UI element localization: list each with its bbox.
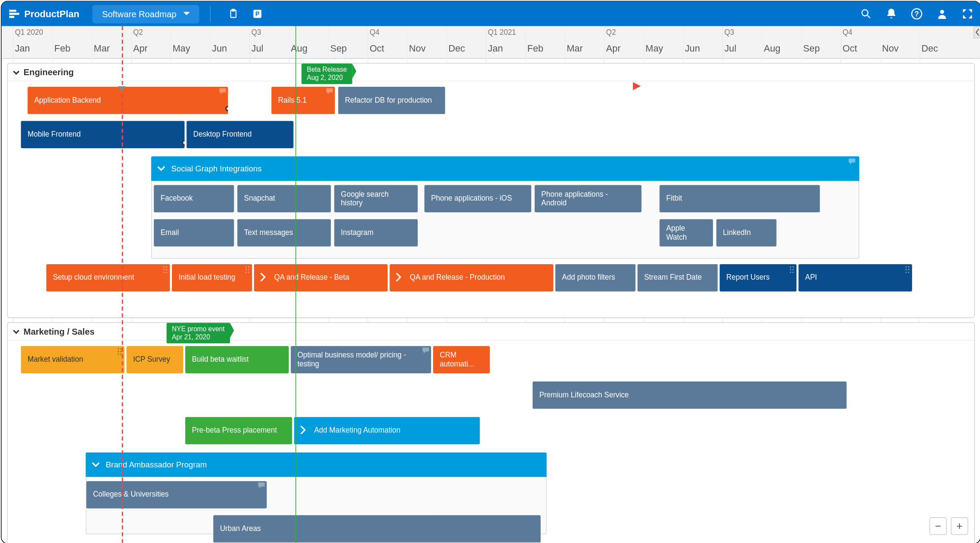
roadmap-bar[interactable]: Stream First Date [637, 264, 718, 292]
roadmap-bar[interactable]: Facebook [154, 185, 234, 213]
container-bar[interactable]: Brand Ambassador Program [86, 452, 546, 477]
bar-label: CRM automati... [440, 351, 483, 369]
roadmap-bar[interactable]: Text messages [237, 219, 331, 247]
svg-point-31 [908, 266, 910, 268]
roadmap-bar[interactable]: Report Users [720, 264, 796, 292]
quarter-label: Q4 [842, 28, 852, 37]
fullscreen-icon[interactable] [962, 8, 974, 20]
current-date-flag[interactable] [633, 82, 642, 95]
roadmap-bar[interactable]: Application Backend [28, 87, 228, 114]
link-connector[interactable] [182, 140, 184, 146]
svg-point-41 [120, 354, 122, 355]
help-icon[interactable]: ? [911, 8, 923, 20]
drag-handle-icon [118, 348, 122, 355]
svg-point-32 [905, 269, 906, 270]
svg-point-36 [118, 348, 119, 349]
bar-label: Desktop Frontend [193, 130, 252, 139]
svg-point-35 [908, 272, 910, 273]
roadmap-bar[interactable]: Market validation [21, 346, 125, 373]
roadmap-bar[interactable]: Rails 5.1 [271, 87, 335, 114]
roadmap-bar[interactable]: Refactor DB for production [338, 87, 445, 114]
bell-icon[interactable] [885, 8, 897, 20]
chevron-down-icon [92, 462, 100, 467]
bar-label: QA and Release - Production [410, 273, 505, 282]
milestone-date: Apr 21, 2020 [172, 333, 225, 341]
quarter-label: Q1 2020 [15, 28, 43, 37]
roadmap-bar[interactable]: Mobile Frontend [21, 121, 185, 148]
month-label: Jun [685, 43, 700, 53]
bar-label: Setup cloud environment [53, 273, 134, 282]
roadmap-bar[interactable]: Desktop Frontend [187, 121, 294, 148]
container-box: Colleges & UniversitiesUrban Areas [86, 477, 546, 534]
bar-label: API [805, 273, 817, 282]
roadmap-bar[interactable]: CRM automati... [433, 346, 490, 373]
quarter-label: Q4 [370, 28, 380, 37]
roadmap-selector[interactable]: Software Roadmap [93, 5, 199, 23]
zoom-out-button[interactable]: − [929, 517, 946, 535]
roadmap-bar[interactable]: Phone applications - Android [535, 185, 642, 213]
roadmap-bar[interactable]: Phone applications - iOS [424, 185, 531, 213]
svg-point-7 [862, 10, 868, 16]
svg-point-26 [790, 269, 791, 270]
milestone-tag[interactable]: Beta ReleaseAug 2, 2020 [301, 64, 352, 84]
chevron-down-icon [12, 326, 21, 336]
drag-handle-icon [245, 266, 249, 273]
roadmap-bar[interactable]: Apple Watch [659, 219, 713, 247]
bar-label: Facebook [160, 194, 193, 203]
roadmap-bar[interactable]: Instagram [334, 219, 418, 247]
roadmap-bar[interactable]: Premium Lifecoach Service [533, 381, 846, 409]
link-connector[interactable] [225, 106, 228, 112]
svg-point-13 [166, 266, 167, 268]
quarter-label: Q3 [251, 28, 261, 37]
roadmap-bar[interactable]: Add photo filters [555, 264, 636, 292]
swimlane: Marketing / SalesNYE promo eventApr 21, … [7, 322, 975, 543]
milestone-tag[interactable]: NYE promo eventApr 21, 2020 [166, 323, 230, 344]
svg-point-39 [120, 351, 122, 352]
svg-point-27 [793, 269, 794, 270]
roadmap-bar[interactable]: QA and Release - Production [390, 264, 554, 292]
roadmap-bar[interactable]: Pre-beta Press placement [185, 417, 292, 445]
month-label: Mar [94, 43, 110, 53]
roadmap-bar[interactable]: Setup cloud environment [46, 264, 170, 292]
search-icon[interactable] [860, 8, 872, 20]
arrow-right-icon [259, 273, 266, 281]
roadmap-bar[interactable]: Email [154, 219, 234, 247]
container-bar[interactable]: Social Graph Integrations [151, 156, 859, 181]
quarter-label: Q1 2021 [488, 28, 516, 37]
collapse-panel-tab[interactable] [974, 26, 980, 39]
roadmap-bar[interactable]: QA and Release - Beta [254, 264, 388, 292]
quarter-label: Q2 [133, 28, 143, 37]
roadmap-bar[interactable]: Build beta waitlist [185, 346, 289, 373]
roadmap-bar[interactable]: Initial load testing [172, 264, 252, 292]
timeline-header: Q1 2020Q2Q3Q4Q1 2021Q2Q3Q4 JanFebMarAprM… [2, 26, 980, 59]
bar-label: Mobile Frontend [28, 130, 81, 139]
arrow-right-icon [300, 426, 306, 434]
svg-point-15 [166, 269, 167, 270]
zoom-in-button[interactable]: + [951, 517, 968, 535]
roadmap-bar[interactable]: LinkedIn [717, 219, 777, 247]
roadmap-bar[interactable]: Add Marketing Automation [294, 417, 480, 445]
roadmap-bar[interactable]: Google search history [334, 185, 418, 213]
user-icon[interactable] [936, 8, 948, 20]
topbar-right: ? [860, 8, 974, 20]
roadmap-bar[interactable]: Fitbit [659, 185, 820, 213]
roadmap-bar[interactable]: ICP Survey [126, 346, 183, 373]
month-label: Nov [882, 43, 899, 53]
roadmap-bar[interactable]: Snapchat [237, 185, 331, 213]
bar-label: LinkedIn [723, 228, 751, 237]
roadmap-bar[interactable]: API [799, 264, 912, 292]
lane-header[interactable]: Marketing / Sales [8, 323, 974, 341]
parking-button[interactable]: P [251, 7, 264, 21]
roadmap-bar[interactable]: Optimal business model/ pricing - testin… [291, 346, 431, 373]
roadmap-bar[interactable]: Urban Areas [213, 515, 541, 543]
lane-header[interactable]: Engineering [8, 64, 974, 81]
roadmap-bar[interactable]: Colleges & Universities [86, 481, 267, 509]
today-marker [118, 82, 126, 95]
comment-icon [848, 159, 855, 165]
month-label: Jan [488, 43, 503, 53]
brand-logo[interactable]: ProductPlan [8, 8, 79, 20]
month-label: Sep [803, 43, 820, 53]
clipboard-button[interactable] [227, 7, 240, 21]
zoom-controls: − + [929, 517, 968, 535]
bar-label: Phone applications - Android [541, 190, 635, 208]
